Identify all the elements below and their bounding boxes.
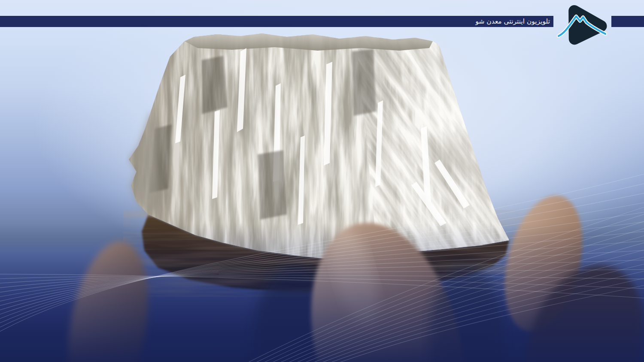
banner: تلویزیون اینترنتی معدن شو <box>0 0 644 362</box>
hero-photo <box>0 0 644 362</box>
header-bar-right-segment <box>611 16 644 27</box>
header-bar: تلویزیون اینترنتی معدن شو <box>0 16 553 27</box>
header-title: تلویزیون اینترنتی معدن شو <box>475 16 550 27</box>
madan-show-logo <box>556 2 616 49</box>
